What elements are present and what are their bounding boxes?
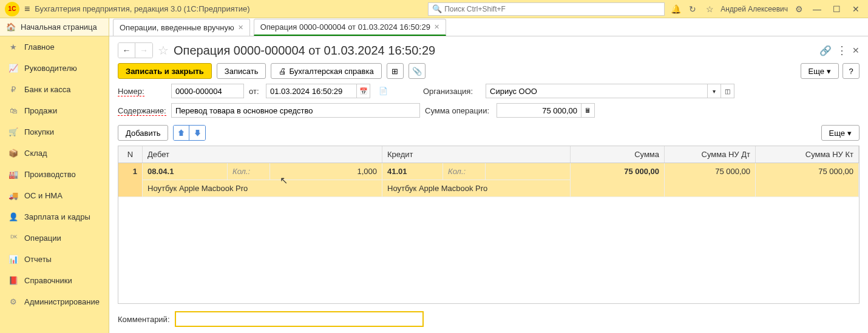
cell-nu-kt: 75 000,00 <box>756 163 859 197</box>
close-icon[interactable]: ✕ <box>849 4 863 14</box>
save-close-button[interactable]: Записать и закрыть <box>118 63 212 79</box>
content-label: Содержание: <box>118 106 166 115</box>
favorite-star-icon[interactable]: ☆ <box>158 43 169 58</box>
calc-icon[interactable]: 🖩 <box>581 103 595 118</box>
sidebar-item[interactable]: ⚙Администрирование <box>0 291 109 312</box>
th-nu-dt[interactable]: Сумма НУ Дт <box>665 146 756 163</box>
star-icon[interactable]: ☆ <box>704 4 716 14</box>
content-area: Операции, введенные вручную✕Операция 000… <box>109 18 868 333</box>
settings-icon[interactable]: ⚙ <box>793 4 805 14</box>
tab-close-icon[interactable]: ✕ <box>434 23 439 31</box>
user-name[interactable]: Андрей Алексеевич <box>721 5 788 13</box>
nav-forward-button[interactable]: → <box>135 43 152 58</box>
sidebar-label: ОС и НМА <box>24 191 63 200</box>
logo-1c: 1С <box>5 2 19 16</box>
sidebar-icon: 📦 <box>8 149 18 158</box>
sidebar-item[interactable]: 🛒Покупки <box>0 121 109 143</box>
cell-nu-dt: 75 000,00 <box>665 163 756 197</box>
table-row[interactable]: 108.04.1Кол.:1,000Ноутбук Apple Macbook … <box>118 163 859 197</box>
move-up-button[interactable]: 🡅 <box>174 126 189 140</box>
sidebar-icon: 🛍 <box>8 106 18 115</box>
th-n[interactable]: N <box>118 146 143 163</box>
qty-label: Кол.: <box>228 163 270 180</box>
org-open-icon[interactable]: ◫ <box>721 84 734 98</box>
number-label: Номер: <box>118 87 166 96</box>
move-down-button[interactable]: 🡇 <box>189 126 205 140</box>
print-icon: 🖨 <box>279 67 287 76</box>
entries-table: N Дебет Кредит Сумма Сумма НУ Дт Сумма Н… <box>118 146 860 304</box>
tab[interactable]: Операции, введенные вручную✕ <box>113 19 250 36</box>
tab-label: Операции, введенные вручную <box>120 23 234 32</box>
help-button[interactable]: ? <box>843 63 860 79</box>
sidebar-home-label: Начальная страница <box>21 22 97 32</box>
number-input[interactable] <box>171 84 244 98</box>
sidebar-item[interactable]: 📦Склад <box>0 143 109 164</box>
history-icon[interactable]: ↻ <box>687 4 699 14</box>
sidebar-icon: ᴰᴷ <box>8 234 18 243</box>
sidebar-icon: ⚙ <box>8 297 18 306</box>
sidebar-label: Справочники <box>24 276 72 285</box>
menu-burger-icon[interactable]: ≡ <box>24 4 30 15</box>
date-field: 📅 <box>266 84 370 98</box>
tab-label: Операция 0000-000004 от 01.03.2024 16:50… <box>260 22 430 32</box>
sidebar-item[interactable]: 🛍Продажи <box>0 100 109 121</box>
sidebar-item[interactable]: 🚚ОС и НМА <box>0 185 109 206</box>
th-credit[interactable]: Кредит <box>382 146 571 163</box>
maximize-icon[interactable]: ☐ <box>829 4 844 14</box>
cell-debit[interactable]: 08.04.1Кол.:1,000Ноутбук Apple Macbook P… <box>143 163 382 197</box>
comment-label: Комментарий: <box>118 315 170 324</box>
sidebar-home[interactable]: 🏠 Начальная страница <box>0 18 109 36</box>
link-icon[interactable]: 🔗 <box>819 45 832 56</box>
tree-button[interactable]: ⊞ <box>387 63 404 79</box>
sidebar-icon: 🏭 <box>8 170 18 179</box>
chevron-down-icon: ▾ <box>827 67 831 76</box>
sidebar-icon: 📊 <box>8 255 18 264</box>
minimize-icon[interactable]: — <box>810 4 824 14</box>
sidebar-item[interactable]: 📕Справочники <box>0 270 109 291</box>
attach-button[interactable]: 📎 <box>409 63 426 79</box>
tab[interactable]: Операция 0000-000004 от 01.03.2024 16:50… <box>254 19 446 36</box>
nav-back-button[interactable]: ← <box>118 43 135 58</box>
sidebar-item[interactable]: 📈Руководителю <box>0 58 109 79</box>
sidebar-icon: ₽ <box>8 85 18 94</box>
print-button[interactable]: 🖨Бухгалтерская справка <box>271 63 381 79</box>
search-box[interactable]: 🔍 <box>428 2 665 16</box>
dt-mode-icon[interactable]: 📄 <box>379 87 388 95</box>
close-doc-icon[interactable]: ✕ <box>852 45 860 55</box>
sidebar-label: Банк и касса <box>24 85 71 94</box>
sidebar-label: Операции <box>24 234 61 243</box>
debit-item: Ноутбук Apple Macbook Pro <box>143 180 382 197</box>
calendar-icon[interactable]: 📅 <box>357 84 370 98</box>
th-sum[interactable]: Сумма <box>571 146 665 163</box>
sidebar-item[interactable]: ᴰᴷОперации <box>0 227 109 249</box>
sidebar-item[interactable]: ★Главное <box>0 36 109 58</box>
org-input[interactable] <box>486 84 708 98</box>
bell-icon[interactable]: 🔔 <box>670 4 682 14</box>
sidebar-item[interactable]: ₽Банк и касса <box>0 79 109 100</box>
content-input[interactable] <box>171 103 420 118</box>
sidebar-label: Продажи <box>24 106 57 115</box>
add-row-button[interactable]: Добавить <box>118 125 168 141</box>
debit-qty: 1,000 <box>270 163 382 180</box>
sidebar-item[interactable]: 📊Отчеты <box>0 249 109 270</box>
org-dropdown-icon[interactable]: ▾ <box>708 84 721 98</box>
credit-item: Ноутбук Apple Macbook Pro <box>382 180 570 197</box>
table-more-button[interactable]: Еще ▾ <box>821 125 860 141</box>
sidebar-item[interactable]: 👤Зарплата и кадры <box>0 206 109 227</box>
move-row-buttons: 🡅 🡇 <box>173 125 206 141</box>
th-nu-kt[interactable]: Сумма НУ Кт <box>756 146 859 163</box>
cell-n: 1 <box>118 163 143 197</box>
search-input[interactable] <box>444 5 660 13</box>
th-debit[interactable]: Дебет <box>143 146 382 163</box>
kebab-icon[interactable]: ⋮ <box>836 44 847 57</box>
comment-input[interactable] <box>175 311 424 327</box>
cell-credit[interactable]: 41.01Кол.:Ноутбук Apple Macbook Pro <box>382 163 571 197</box>
sum-input[interactable] <box>497 103 581 118</box>
sidebar-item[interactable]: 🏭Производство <box>0 164 109 185</box>
sidebar-icon: 🚚 <box>8 191 18 200</box>
save-button[interactable]: Записать <box>217 63 266 79</box>
sidebar-icon: 📈 <box>8 64 18 73</box>
date-input[interactable] <box>266 84 357 98</box>
more-button[interactable]: Еще ▾ <box>801 63 839 79</box>
tab-close-icon[interactable]: ✕ <box>238 24 243 32</box>
